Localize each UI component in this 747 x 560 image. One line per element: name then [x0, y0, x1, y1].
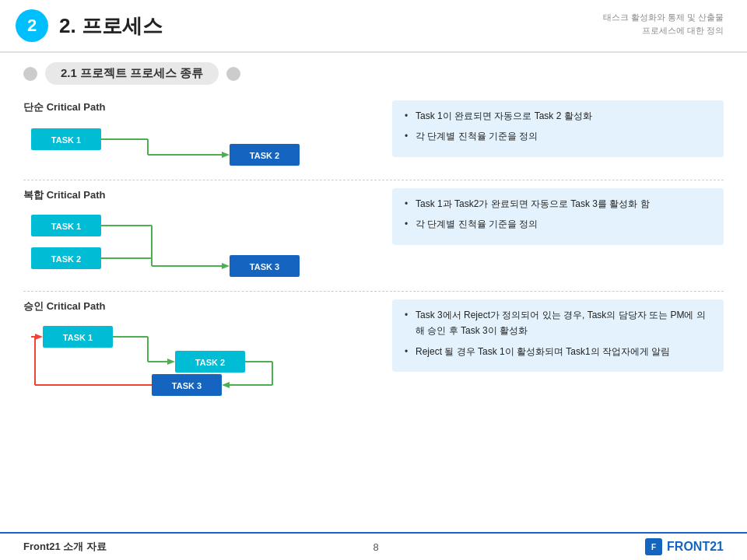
- info-simple-item-2: 각 단계별 진척율 기준을 정의: [405, 128, 711, 144]
- info-approval: Task 3에서 Reject가 정의되어 있는 경우, Task의 담당자 또…: [392, 299, 724, 372]
- section-number: 2: [16, 9, 48, 42]
- section-dot-left: [23, 67, 37, 81]
- info-approval-item-1: Task 3에서 Reject가 정의되어 있는 경우, Task의 담당자 또…: [405, 307, 711, 339]
- process-complex-left: 복합 Critical Path TASK 1 TASK 2: [23, 188, 381, 286]
- footer-logo: F FRONT21: [645, 538, 724, 555]
- diagram-approval: TASK 1 TASK 2 TASK 3: [23, 320, 381, 405]
- info-complex-item-1: Task 1과 Task2가 완료되면 자동으로 Task 3를 활성화 함: [405, 196, 711, 212]
- svg-text:TASK 3: TASK 3: [172, 381, 202, 390]
- svg-text:TASK 2: TASK 2: [51, 254, 81, 264]
- info-approval-item-2: Reject 될 경우 Task 1이 활성화되며 Task1의 작업자에게 알…: [405, 344, 711, 359]
- svg-marker-5: [222, 152, 230, 158]
- info-simple-item-1: Task 1이 완료되면 자동으로 Task 2 활성화: [405, 108, 711, 124]
- process-approval-left: 승인 Critical Path TASK 1: [23, 299, 381, 405]
- svg-text:TASK 2: TASK 2: [250, 151, 279, 160]
- section-dot-right: [226, 67, 240, 81]
- info-complex-item-2: 각 단계별 진척율 기준을 정의: [405, 216, 711, 232]
- process-complex: 복합 Critical Path TASK 1 TASK 2: [23, 180, 724, 292]
- process-simple-title: 단순 Critical Path: [23, 100, 381, 114]
- footer-company: Front21 소개 자료: [23, 540, 107, 554]
- diagram-simple: TASK 1 TASK 2: [23, 121, 381, 175]
- svg-text:TASK 3: TASK 3: [250, 262, 279, 271]
- svg-marker-20: [35, 334, 43, 340]
- process-approval-title: 승인 Critical Path: [23, 299, 381, 313]
- process-complex-title: 복합 Critical Path: [23, 188, 381, 202]
- svg-marker-32: [222, 382, 230, 388]
- page-footer: Front21 소개 자료 8 F FRONT21: [0, 532, 747, 560]
- svg-text:TASK 1: TASK 1: [51, 135, 81, 145]
- page-header: 2 2. 프로세스 태스크 활성화와 통제 및 산출물 프로세스에 대한 정의: [0, 0, 747, 53]
- header-subtitle: 태스크 활성화와 통제 및 산출물 프로세스에 대한 정의: [603, 11, 724, 37]
- diagram-complex: TASK 1 TASK 2 TASK 3: [23, 208, 381, 286]
- process-simple: 단순 Critical Path TASK 1 TASK 2: [23, 93, 724, 180]
- svg-marker-16: [222, 263, 230, 269]
- svg-text:TASK 1: TASK 1: [51, 222, 81, 231]
- logo-text: FRONT21: [667, 540, 724, 554]
- svg-marker-26: [167, 359, 175, 365]
- logo-icon: F: [645, 538, 662, 555]
- info-complex: Task 1과 Task2가 완료되면 자동으로 Task 3를 활성화 함 각…: [392, 188, 724, 245]
- section-label: 2.1 프로젝트 프로세스 종류: [23, 62, 724, 85]
- main-content: 단순 Critical Path TASK 1 TASK 2: [0, 93, 747, 410]
- process-simple-left: 단순 Critical Path TASK 1 TASK 2: [23, 100, 381, 175]
- svg-text:TASK 1: TASK 1: [63, 333, 93, 342]
- section-bar-text: 2.1 프로젝트 프로세스 종류: [61, 66, 203, 81]
- section-bar: 2.1 프로젝트 프로세스 종류: [45, 62, 219, 85]
- svg-text:TASK 2: TASK 2: [195, 358, 225, 367]
- process-approval: 승인 Critical Path TASK 1: [23, 292, 724, 410]
- page-title: 2. 프로세스: [59, 12, 163, 40]
- footer-page: 8: [373, 541, 378, 553]
- info-simple: Task 1이 완료되면 자동으로 Task 2 활성화 각 단계별 진척율 기…: [392, 100, 724, 157]
